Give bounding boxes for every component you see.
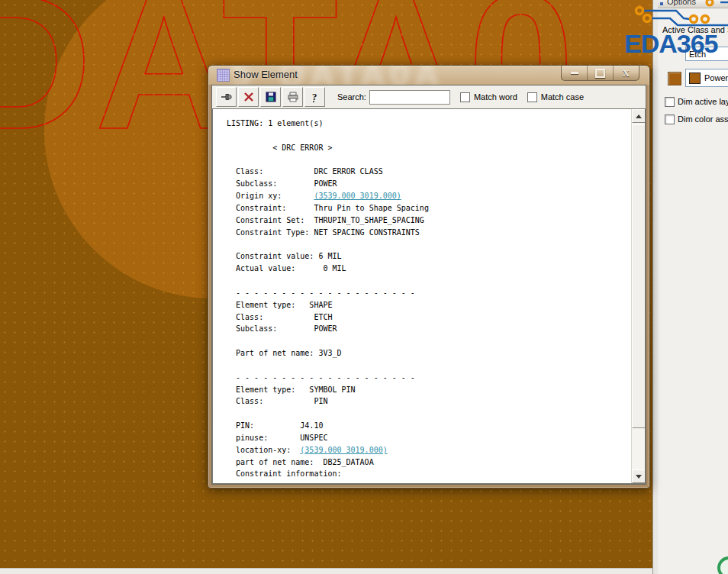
- dialog-icon: [217, 69, 230, 82]
- listing-line: part of net name: DB25_DATAOA: [227, 458, 632, 470]
- coordinate-link[interactable]: (3539.000 3019.000): [314, 192, 401, 200]
- listing-line: [227, 156, 632, 168]
- listing-line: Constraint Type: NET SPACING CONSTRAINTS: [227, 228, 632, 240]
- listing-line: Subclass: POWER: [227, 324, 632, 337]
- subclass-color-swatch: [689, 73, 701, 84]
- delete-button[interactable]: [238, 87, 259, 107]
- listing-line: [227, 409, 632, 421]
- scroll-up-icon: [636, 114, 642, 118]
- listing-line: - - - - - - - - - - - - - - - - - - - -: [227, 482, 632, 483]
- svg-text:?: ?: [312, 91, 317, 102]
- listing-line: Constraint information:: [227, 469, 632, 482]
- save-floppy-icon: [265, 91, 277, 103]
- maximize-icon: [595, 69, 605, 78]
- options-panel-header[interactable]: Options: [658, 0, 728, 8]
- active-class-label: Active Class and S: [662, 25, 728, 34]
- match-word-checkbox[interactable]: [460, 92, 470, 102]
- listing-line: < DRC ERROR >: [227, 144, 632, 156]
- dim-color-checkbox[interactable]: [665, 114, 675, 124]
- class-select-value: Etch: [689, 50, 706, 59]
- dialog-client-area: ? Search: Match word Match case LISTING:…: [211, 85, 646, 485]
- listing-text: LISTING: 1 element(s) < DRC ERROR > Clas…: [213, 109, 632, 483]
- search-input[interactable]: [369, 90, 450, 105]
- listing-line: location-xy: (3539.000 3019.000): [227, 446, 632, 458]
- layer-color-swatch-button[interactable]: [668, 72, 681, 85]
- match-case-checkbox[interactable]: [527, 92, 537, 102]
- listing-line: [227, 337, 632, 349]
- close-button[interactable]: X: [613, 66, 639, 80]
- scroll-up-button[interactable]: [632, 109, 646, 123]
- coordinate-link[interactable]: (3539.000 3019.000): [300, 446, 387, 454]
- listing-line: Element type: SHAPE: [227, 301, 632, 313]
- panel-grip-icon: [660, 2, 663, 5]
- show-element-dialog: 5_DATA0A Show Element X: [208, 65, 650, 489]
- subclass-select-value: Power: [704, 73, 728, 82]
- listing-line: Subclass: POWER: [227, 179, 632, 192]
- dialog-title: Show Element: [234, 69, 298, 80]
- pin-button[interactable]: [216, 87, 237, 107]
- listing-line: [227, 276, 632, 289]
- printer-icon: [287, 91, 299, 103]
- minimize-icon: [571, 72, 578, 74]
- print-button[interactable]: [282, 87, 303, 107]
- dim-color-label: Dim color assi: [678, 114, 728, 124]
- search-label: Search:: [337, 92, 366, 102]
- listing-line: Class: DRC ERROR CLASS: [227, 167, 632, 179]
- scrollbar-thumb[interactable]: [632, 124, 646, 428]
- dim-active-label: Dim active lay: [678, 97, 728, 106]
- listing-line: Actual value: 0 MIL: [227, 264, 632, 276]
- listing-line: Element type: SYMBOL PIN: [227, 385, 632, 398]
- window-controls: X: [561, 66, 639, 81]
- status-strip: [0, 568, 658, 574]
- help-button[interactable]: ?: [304, 87, 325, 107]
- match-case-label: Match case: [541, 92, 584, 102]
- minimize-button[interactable]: [562, 66, 587, 80]
- listing-line: Part of net name: 3V3_D: [227, 349, 632, 361]
- listing-line: LISTING: 1 element(s): [227, 119, 632, 131]
- listing-area: LISTING: 1 element(s) < DRC ERROR > Clas…: [212, 108, 646, 484]
- listing-line: Class: PIN: [227, 397, 632, 409]
- dialog-toolbar: ? Search: Match word Match case: [212, 85, 646, 108]
- listing-line: Constraint: Thru Pin to Shape Spacing: [227, 204, 632, 216]
- close-icon: X: [623, 67, 630, 79]
- save-button[interactable]: [260, 87, 281, 107]
- listing-line: [227, 361, 632, 373]
- subclass-select[interactable]: Power: [685, 69, 728, 87]
- listing-line: Class: ETCH: [227, 313, 632, 325]
- listing-line: - - - - - - - - - - - - - - - - - - - -: [227, 373, 632, 385]
- help-icon: ?: [309, 91, 321, 103]
- listing-line: - - - - - - - - - - - - - - - - - - - -: [227, 289, 632, 301]
- dialog-titlebar[interactable]: 5_DATA0A Show Element X: [208, 66, 649, 85]
- dim-active-checkbox[interactable]: [665, 97, 675, 107]
- class-select[interactable]: Etch: [685, 47, 728, 61]
- listing-line: [227, 240, 632, 252]
- options-panel: Options Active Class and S Etch Power Di…: [658, 0, 728, 574]
- listing-line: PIN: J4.10: [227, 421, 632, 434]
- vertical-scrollbar[interactable]: [631, 109, 645, 483]
- pin-icon: [221, 91, 233, 103]
- scroll-down-icon: [636, 475, 642, 479]
- maximize-button[interactable]: [587, 66, 613, 80]
- listing-line: [227, 131, 632, 144]
- listing-line: Origin xy: (3539.000 3019.000): [227, 192, 632, 204]
- options-panel-title: Options: [667, 0, 696, 6]
- scroll-down-button[interactable]: [632, 469, 646, 483]
- match-word-label: Match word: [474, 92, 517, 102]
- listing-line: pinuse: UNSPEC: [227, 434, 632, 446]
- listing-line: Constraint Set: THRUPIN_TO_SHAPE_SPACING: [227, 216, 632, 228]
- listing-line: Constraint value: 6 MIL: [227, 252, 632, 264]
- delete-x-icon: [243, 91, 255, 103]
